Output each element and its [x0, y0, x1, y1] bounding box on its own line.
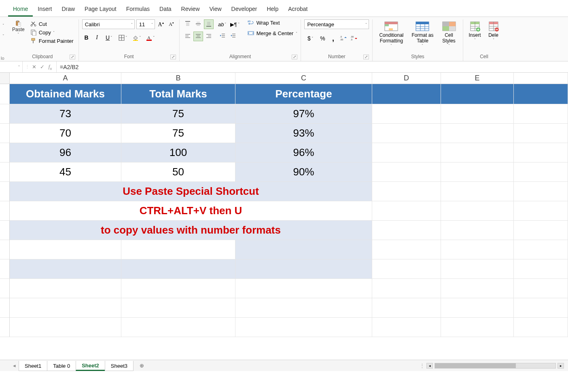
sheet-nav-prev[interactable]: ◂ — [10, 360, 19, 371]
row-header[interactable] — [0, 318, 10, 337]
cell-d9[interactable] — [372, 240, 441, 259]
cell-d12[interactable] — [372, 298, 441, 318]
cell-b9[interactable] — [121, 240, 235, 259]
select-all-corner[interactable] — [0, 73, 10, 84]
format-painter-button[interactable]: Format Painter — [29, 37, 75, 44]
cell-rest10[interactable] — [514, 259, 568, 279]
cell-e3[interactable] — [441, 124, 514, 143]
align-middle-button[interactable] — [193, 19, 203, 29]
cell-a2[interactable]: 73 — [10, 104, 121, 124]
tab-formulas[interactable]: Formulas — [121, 4, 155, 17]
cell-e9[interactable] — [441, 240, 514, 259]
cell-c5[interactable]: 90% — [235, 162, 372, 182]
tab-acrobat[interactable]: Acrobat — [283, 4, 312, 17]
cell-tip1[interactable]: Use Paste Special Shortcut — [10, 182, 372, 201]
cell-d1[interactable] — [372, 84, 441, 104]
cell-a3[interactable]: 70 — [10, 124, 121, 143]
cell-b5[interactable]: 50 — [121, 162, 235, 182]
cell-rest13[interactable] — [514, 318, 568, 337]
cell-d2[interactable] — [372, 104, 441, 124]
cut-button[interactable]: Cut — [29, 20, 75, 27]
cancel-formula-button[interactable]: ✕ — [30, 64, 38, 70]
cell-rest2[interactable] — [514, 104, 568, 124]
cell-c10[interactable] — [235, 259, 372, 279]
cell-rest1[interactable] — [514, 84, 568, 104]
cell-rest9[interactable] — [514, 240, 568, 259]
row-header[interactable] — [0, 279, 10, 298]
cell-d7[interactable] — [372, 201, 441, 221]
enter-formula-button[interactable]: ✓ — [38, 64, 46, 70]
cell-a12[interactable] — [10, 298, 121, 318]
cell-c1[interactable]: Percentage — [235, 84, 372, 104]
row-header[interactable] — [0, 124, 10, 143]
increase-indent-button[interactable] — [228, 32, 238, 41]
cell-c3[interactable]: 93% — [235, 124, 372, 143]
col-header-e[interactable]: E — [441, 73, 514, 84]
orientation-button[interactable]: ab˅ — [218, 19, 227, 29]
tab-developer[interactable]: Developer — [227, 4, 262, 17]
sheet-tab-sheet3[interactable]: Sheet3 — [105, 361, 134, 371]
cell-b3[interactable]: 75 — [121, 124, 235, 143]
delete-cells-button[interactable]: Dele ˅ — [485, 19, 502, 42]
align-bottom-button[interactable] — [204, 19, 214, 29]
cell-e2[interactable] — [441, 104, 514, 124]
cell-d3[interactable] — [372, 124, 441, 143]
cell-rest11[interactable] — [514, 279, 568, 298]
tab-insert[interactable]: Insert — [33, 4, 57, 17]
cell-e6[interactable] — [441, 182, 514, 201]
bold-button[interactable]: B — [82, 33, 91, 42]
cell-c4[interactable]: 96% — [235, 143, 372, 162]
cell-e10[interactable] — [441, 259, 514, 279]
sheet-tab-sheet1[interactable]: Sheet1 — [19, 361, 47, 371]
percent-format-button[interactable]: % — [318, 34, 327, 43]
cell-e12[interactable] — [441, 298, 514, 318]
col-header-a[interactable]: A — [10, 73, 121, 84]
hscroll-right-button[interactable]: ▸ — [557, 363, 564, 369]
align-center-button[interactable] — [193, 32, 203, 41]
tab-data[interactable]: Data — [155, 4, 176, 17]
cell-b1[interactable]: Total Marks — [121, 84, 235, 104]
cell-b12[interactable] — [121, 298, 235, 318]
cell-rest12[interactable] — [514, 298, 568, 318]
col-header-c[interactable]: C — [235, 73, 372, 84]
hscroll-track[interactable] — [434, 363, 556, 369]
align-right-button[interactable] — [204, 32, 214, 41]
cell-d5[interactable] — [372, 162, 441, 182]
cell-a5[interactable]: 45 — [10, 162, 121, 182]
col-header-d[interactable]: D — [372, 73, 441, 84]
cell-e11[interactable] — [441, 279, 514, 298]
col-header-b[interactable]: B — [121, 73, 235, 84]
row-header[interactable] — [0, 143, 10, 162]
cell-e1[interactable] — [441, 84, 514, 104]
cell-styles-button[interactable]: Cell Styles ˅ — [439, 19, 460, 48]
cell-a4[interactable]: 96 — [10, 143, 121, 162]
cell-tip3[interactable]: to copy values with number formats — [10, 221, 372, 240]
increase-font-button[interactable]: A▴ — [157, 20, 165, 29]
cell-a10[interactable] — [10, 259, 121, 279]
ltr-button[interactable]: ▶¶˅ — [228, 19, 242, 29]
font-dialog-launcher[interactable]: ⤢ — [170, 55, 176, 59]
row-header[interactable] — [0, 240, 10, 259]
cell-d8[interactable] — [372, 221, 441, 240]
cell-a9[interactable] — [10, 240, 121, 259]
copy-button[interactable]: Copy ˅ — [29, 29, 75, 36]
cell-rest7[interactable] — [514, 201, 568, 221]
comma-format-button[interactable]: , — [329, 34, 337, 43]
format-as-table-button[interactable]: Format as Table ˅ — [408, 19, 437, 48]
cell-e4[interactable] — [441, 143, 514, 162]
row-header[interactable] — [0, 201, 10, 221]
sheet-tab-table0[interactable]: Table 0 — [47, 361, 76, 371]
number-dialog-launcher[interactable]: ⤢ — [363, 55, 369, 59]
cell-c9[interactable] — [235, 240, 372, 259]
cell-c13[interactable] — [235, 318, 372, 337]
cell-d10[interactable] — [372, 259, 441, 279]
insert-function-button[interactable]: fx — [47, 63, 54, 71]
underline-button[interactable]: U˅ — [103, 33, 115, 42]
number-format-combo[interactable]: Percentage ˅ — [304, 19, 369, 29]
decrease-decimal-button[interactable]: .00.0 — [350, 34, 358, 43]
paste-button[interactable]: Paste ˅ — [10, 19, 27, 37]
cell-a13[interactable] — [10, 318, 121, 337]
formula-input[interactable]: =A2/B2 — [57, 64, 568, 70]
italic-button[interactable]: I — [93, 33, 102, 42]
insert-cells-button[interactable]: Insert ˅ — [466, 19, 483, 42]
